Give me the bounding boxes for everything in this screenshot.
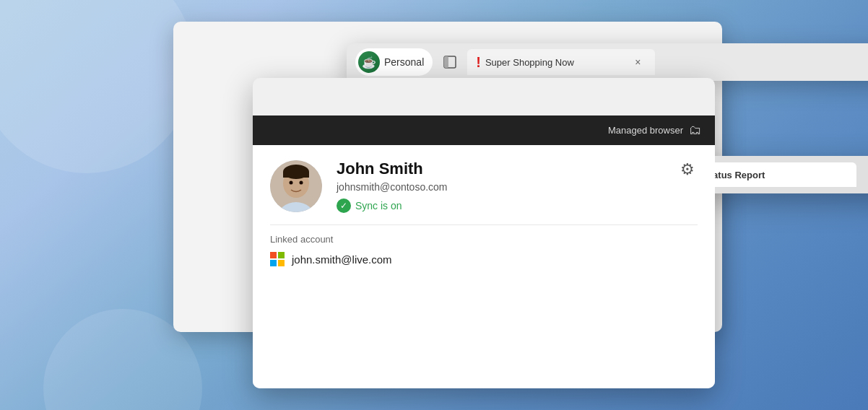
settings-gear-button[interactable]: ⚙ [674, 157, 700, 183]
sync-status-text: Sync is on [355, 200, 402, 211]
sync-check-icon: ✓ [337, 199, 351, 213]
personal-avatar-emoji: ☕ [362, 56, 376, 69]
linked-account-label: Linked account [270, 234, 698, 245]
personal-tab-close[interactable]: × [629, 53, 646, 71]
ms-logo-blue [270, 260, 277, 266]
user-email: johnsmith@contoso.com [337, 181, 448, 193]
svg-point-9 [290, 181, 293, 185]
svg-rect-1 [444, 56, 448, 68]
personal-profile-pill[interactable]: ☕ Personal [355, 48, 433, 76]
ms-logo-red [270, 252, 277, 258]
ms-logo-green [278, 252, 285, 258]
user-avatar [270, 160, 322, 212]
svg-point-10 [300, 181, 303, 185]
managed-browser-bar: Managed browser 🗂 [253, 115, 715, 145]
work-browser-window: ← Work W Project Status Report Managed b… [253, 78, 715, 388]
microsoft-logo [270, 252, 285, 266]
personal-profile-label: Personal [384, 56, 424, 68]
sync-status-row: ✓ Sync is on [337, 199, 448, 213]
managed-browser-text: Managed browser [608, 125, 683, 136]
managed-browser-icon: 🗂 [689, 123, 702, 138]
exclamation-icon: ! [476, 54, 481, 71]
gear-icon: ⚙ [680, 160, 695, 179]
user-name: John Smith [337, 160, 448, 178]
svg-rect-8 [283, 172, 309, 178]
personal-tab-item[interactable]: ! Super Shopping Now × [467, 49, 655, 75]
sidebar-toggle-personal[interactable] [438, 51, 461, 74]
user-info-row: John Smith johnsmith@contoso.com ✓ Sync … [270, 160, 698, 213]
user-details: John Smith johnsmith@contoso.com ✓ Sync … [337, 160, 448, 213]
sidebar-icon [443, 55, 457, 69]
dropdown-body: ⚙ [253, 145, 715, 281]
ms-logo-yellow [278, 260, 285, 266]
personal-tab-bar: ☕ Personal ! Super Shopping Now × [347, 43, 868, 81]
linked-account-row[interactable]: john.smith@live.com [270, 252, 698, 266]
personal-tab-title: Super Shopping Now [485, 57, 574, 68]
profile-dropdown: Managed browser 🗂 ⚙ [253, 115, 715, 388]
personal-avatar: ☕ [358, 51, 380, 73]
linked-account-email: john.smith@live.com [292, 253, 392, 266]
avatar-image [270, 160, 322, 212]
divider [270, 224, 698, 225]
